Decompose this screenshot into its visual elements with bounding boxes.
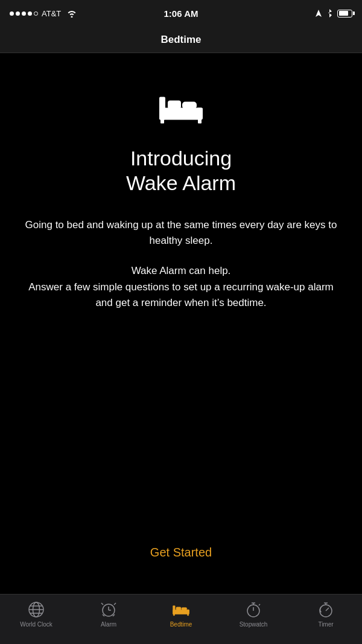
svg-rect-2 (197, 108, 203, 119)
bed-icon-wrap (157, 89, 205, 128)
tab-bar: World Clock Alarm (0, 594, 362, 644)
svg-rect-24 (173, 614, 174, 616)
status-bar: AT&T 1:06 AM (0, 0, 362, 27)
svg-line-32 (326, 608, 329, 611)
bedtime-tab-icon (172, 601, 190, 619)
tab-bedtime-label: Bedtime (170, 621, 192, 628)
alarm-icon (100, 601, 118, 619)
timer-icon (317, 601, 335, 619)
svg-rect-4 (182, 102, 197, 109)
signal-dot-2 (16, 11, 20, 16)
svg-line-15 (101, 603, 103, 605)
svg-rect-6 (198, 119, 202, 124)
svg-rect-3 (168, 101, 181, 109)
svg-rect-19 (173, 610, 189, 614)
intro-title: Introducing Wake Alarm (126, 146, 236, 196)
tab-world-clock-label: World Clock (20, 621, 52, 628)
svg-rect-20 (173, 605, 176, 614)
battery-indicator (337, 10, 352, 18)
battery-fill (339, 11, 348, 16)
tab-timer[interactable]: Timer (290, 601, 362, 628)
wifi-icon (67, 10, 77, 18)
carrier-label: AT&T (42, 9, 61, 18)
bed-icon (157, 89, 205, 126)
tab-alarm-label: Alarm (101, 621, 116, 628)
nav-bar: Bedtime (0, 27, 362, 53)
signal-dot-4 (28, 11, 32, 16)
tab-bedtime[interactable]: Bedtime (145, 601, 217, 628)
stopwatch-icon (244, 601, 262, 619)
tab-stopwatch-label: Stopwatch (240, 621, 268, 628)
body-paragraph-2: Wake Alarm can help. Answer a few simple… (24, 263, 338, 311)
tab-alarm[interactable]: Alarm (72, 601, 145, 628)
svg-rect-0 (159, 108, 203, 120)
svg-rect-1 (159, 97, 165, 120)
signal-dot-5 (34, 11, 38, 16)
svg-rect-5 (160, 119, 164, 124)
svg-rect-25 (188, 614, 189, 616)
svg-line-16 (114, 603, 116, 605)
tab-world-clock[interactable]: World Clock (0, 601, 72, 628)
tab-timer-label: Timer (318, 621, 333, 628)
svg-rect-21 (187, 610, 189, 614)
signal-dot-1 (10, 11, 14, 16)
signal-dots (10, 11, 38, 16)
main-content: Introducing Wake Alarm Going to bed and … (0, 53, 362, 594)
bluetooth-icon (326, 9, 332, 18)
status-left: AT&T (10, 9, 77, 18)
location-icon (316, 10, 322, 17)
status-right (316, 9, 352, 18)
svg-line-30 (259, 604, 260, 605)
intro-body: Going to bed and waking up at the same t… (24, 217, 338, 326)
status-time: 1:06 AM (164, 8, 198, 19)
svg-rect-23 (182, 607, 187, 610)
signal-dot-3 (22, 11, 26, 16)
svg-rect-22 (176, 607, 181, 610)
page-title: Bedtime (160, 34, 201, 46)
world-clock-icon (27, 601, 45, 619)
tab-stopwatch[interactable]: Stopwatch (217, 601, 290, 628)
get-started-button[interactable]: Get Started (150, 546, 212, 560)
body-paragraph-1: Going to bed and waking up at the same t… (24, 217, 338, 249)
